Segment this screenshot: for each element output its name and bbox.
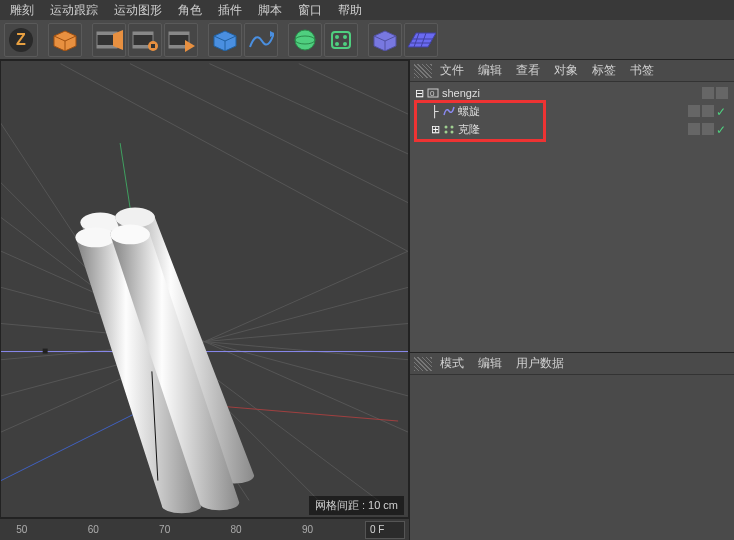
panel-grip-icon[interactable] <box>414 357 432 371</box>
objmgr-tags[interactable]: 标签 <box>586 60 622 81</box>
menu-motion-tracking[interactable]: 运动跟踪 <box>42 0 106 21</box>
svg-point-24 <box>343 35 347 39</box>
expand-toggle[interactable]: ⊟ <box>414 87 424 100</box>
svg-point-55 <box>110 224 150 244</box>
svg-text:0: 0 <box>430 89 435 98</box>
svg-text:Z: Z <box>16 31 26 48</box>
svg-point-25 <box>335 42 339 46</box>
svg-point-54 <box>75 227 115 247</box>
cube-icon[interactable] <box>48 23 82 57</box>
svg-point-61 <box>445 131 448 134</box>
film-edit-icon[interactable] <box>92 23 126 57</box>
object-row-root[interactable]: ⊟ 0 shengzi <box>412 84 732 102</box>
objmgr-file[interactable]: 文件 <box>434 60 470 81</box>
panel-grip-icon[interactable] <box>414 64 432 78</box>
helix-icon <box>442 105 456 117</box>
object-label[interactable]: 克隆 <box>458 122 480 137</box>
render-cube-icon[interactable] <box>208 23 242 57</box>
main-toolbar: Z <box>0 20 734 60</box>
svg-rect-22 <box>332 32 350 48</box>
svg-marker-16 <box>185 40 195 52</box>
attribute-manager: 模式 编辑 用户数据 <box>410 352 734 540</box>
layer-tag[interactable] <box>688 105 700 117</box>
3d-viewport[interactable]: 网格间距 : 10 cm <box>0 60 409 518</box>
objmgr-view[interactable]: 查看 <box>510 60 546 81</box>
object-row-helix[interactable]: ├ 螺旋 ✓ <box>412 102 732 120</box>
attr-mode[interactable]: 模式 <box>434 353 470 374</box>
objmgr-edit[interactable]: 编辑 <box>472 60 508 81</box>
attr-edit[interactable]: 编辑 <box>472 353 508 374</box>
object-manager-tabs: 文件 编辑 查看 对象 标签 书签 <box>410 60 734 82</box>
menubar: 雕刻 运动跟踪 运动图形 角色 插件 脚本 窗口 帮助 <box>0 0 734 20</box>
objmgr-bookmarks[interactable]: 书签 <box>624 60 660 81</box>
object-row-cloner[interactable]: ⊞ 克隆 ✓ <box>412 120 732 138</box>
attr-userdata[interactable]: 用户数据 <box>510 353 570 374</box>
svg-rect-48 <box>43 349 48 354</box>
timeline-ruler[interactable]: 50 60 70 80 90 0 F <box>0 518 409 540</box>
layer-tag[interactable] <box>702 87 714 99</box>
generator-sphere-icon[interactable] <box>288 23 322 57</box>
menu-window[interactable]: 窗口 <box>290 0 330 21</box>
objmgr-objects[interactable]: 对象 <box>548 60 584 81</box>
svg-point-20 <box>295 30 315 50</box>
svg-point-26 <box>343 42 347 46</box>
svg-line-44 <box>130 64 408 213</box>
attribute-manager-tabs: 模式 编辑 用户数据 <box>410 353 734 375</box>
current-frame-field[interactable]: 0 F <box>365 521 405 539</box>
right-column: 文件 编辑 查看 对象 标签 书签 ⊟ 0 shengzi ├ 螺旋 <box>410 60 734 540</box>
tick-60: 60 <box>75 524 111 535</box>
enable-check-icon[interactable]: ✓ <box>716 105 728 117</box>
film-record-icon[interactable] <box>128 23 162 57</box>
object-label[interactable]: shengzi <box>442 87 480 99</box>
svg-point-53 <box>115 208 155 228</box>
enable-check-icon[interactable]: ✓ <box>716 123 728 135</box>
svg-rect-9 <box>133 32 153 35</box>
svg-rect-12 <box>151 44 155 48</box>
object-manager[interactable]: ⊟ 0 shengzi ├ 螺旋 ✓ ⊞ <box>410 82 734 352</box>
svg-line-46 <box>299 64 408 124</box>
zbrush-icon[interactable]: Z <box>4 23 38 57</box>
layer-tag[interactable] <box>688 123 700 135</box>
main-layout: 网格间距 : 10 cm 50 60 70 80 90 0 F 文件 编辑 查看… <box>0 60 734 540</box>
left-column: 网格间距 : 10 cm 50 60 70 80 90 0 F <box>0 60 410 540</box>
menu-help[interactable]: 帮助 <box>330 0 370 21</box>
expand-toggle[interactable]: ⊞ <box>430 123 440 136</box>
visibility-tag[interactable] <box>702 123 714 135</box>
tree-line: ├ <box>430 105 440 117</box>
viewport-content <box>1 61 408 517</box>
svg-point-60 <box>451 126 454 129</box>
menu-scripts[interactable]: 脚本 <box>250 0 290 21</box>
svg-line-45 <box>209 64 408 163</box>
tick-90: 90 <box>290 524 326 535</box>
grid-spacing-status: 网格间距 : 10 cm <box>309 496 404 515</box>
tick-50: 50 <box>4 524 40 535</box>
svg-point-62 <box>451 131 454 134</box>
null-icon: 0 <box>426 87 440 99</box>
svg-rect-14 <box>169 32 189 35</box>
cloner-icon <box>442 123 456 135</box>
floor-grid-icon[interactable] <box>404 23 438 57</box>
visibility-tag[interactable] <box>702 105 714 117</box>
menu-mograph[interactable]: 运动图形 <box>106 0 170 21</box>
tick-80: 80 <box>218 524 254 535</box>
menu-character[interactable]: 角色 <box>170 0 210 21</box>
menu-sculpt[interactable]: 雕刻 <box>2 0 42 21</box>
tick-70: 70 <box>147 524 183 535</box>
svg-point-23 <box>335 35 339 39</box>
scene-cube-icon[interactable] <box>368 23 402 57</box>
spline-icon[interactable] <box>244 23 278 57</box>
object-label[interactable]: 螺旋 <box>458 104 480 119</box>
visibility-tag[interactable] <box>716 87 728 99</box>
deformer-icon[interactable] <box>324 23 358 57</box>
svg-point-59 <box>445 126 448 129</box>
film-play-icon[interactable] <box>164 23 198 57</box>
menu-plugins[interactable]: 插件 <box>210 0 250 21</box>
